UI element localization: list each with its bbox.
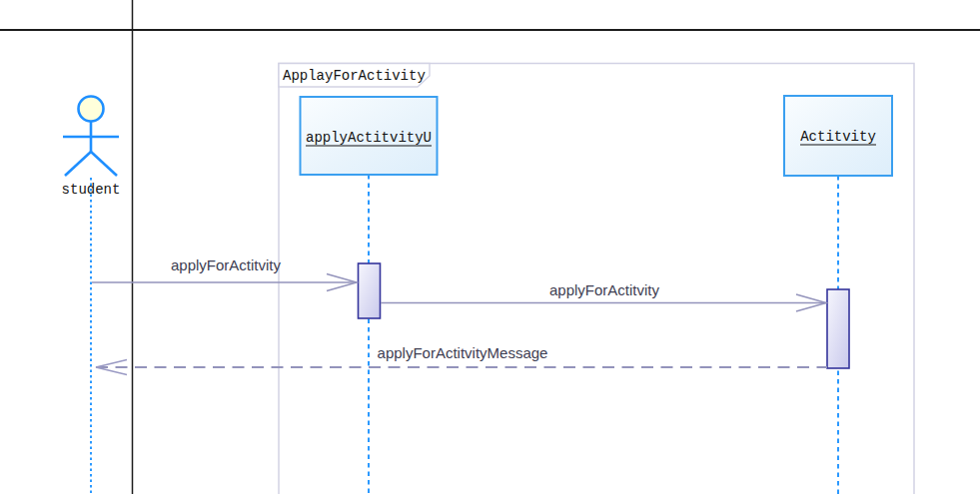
actor-student[interactable]: student — [62, 97, 121, 494]
sequence-diagram-svg: ApplayForActivity student applyActitvity… — [0, 0, 980, 494]
actor-name-label[interactable]: student — [62, 182, 121, 198]
sequence-diagram-canvas: ApplayForActivity student applyActitvity… — [0, 0, 980, 494]
message-3-label[interactable]: applyForActitvityMessage — [378, 344, 548, 361]
activation-bar-applyActitvityU[interactable] — [359, 263, 381, 318]
frame-name-label[interactable]: ApplayForActivity — [283, 68, 426, 84]
applyActitvityU-label[interactable]: applyActitvityU — [306, 130, 432, 146]
actor-right-leg — [91, 152, 117, 176]
message-1-label[interactable]: applyForActitvity — [171, 256, 282, 273]
actor-left-leg — [65, 152, 91, 176]
activation-bar-Actitvity[interactable] — [827, 289, 849, 368]
message-2-label[interactable]: applyForActitvity — [549, 281, 660, 298]
Actitvity-label[interactable]: Actitvity — [800, 129, 876, 145]
message-3-return-applyForActitvityMessage[interactable]: applyForActitvityMessage — [96, 344, 827, 375]
actor-head[interactable] — [79, 97, 104, 122]
message-2-applyForActitvity[interactable]: applyForActitvity — [381, 281, 826, 311]
